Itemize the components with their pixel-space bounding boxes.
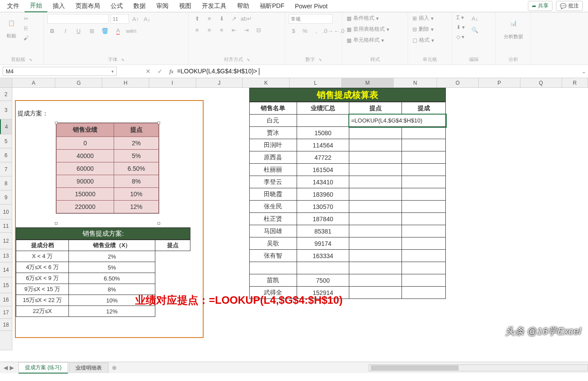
cells-area[interactable]: 提成方案： 销售业绩提点 02%400005%600006.50%900008%… [12,88,588,351]
add-sheet-button[interactable]: ⊕ [108,363,120,372]
wrap-text-icon[interactable]: ab↵ [241,14,251,23]
col-header[interactable]: L [290,78,342,87]
tab-view[interactable]: 视图 [174,0,197,12]
table-format-button[interactable]: ▦ 套用表格格式 ▾ [346,25,390,33]
font-color-icon[interactable]: A [113,26,123,35]
comma-icon[interactable]: , [312,26,321,35]
row-header[interactable] [0,331,12,350]
selection-handle[interactable] [158,122,160,124]
select-all-corner[interactable] [0,78,12,87]
find-select-icon[interactable]: 🔍 [470,25,480,34]
row-header[interactable]: 2 [0,88,12,101]
fill-color-icon[interactable]: 🪣 [100,26,110,35]
selection-handle[interactable] [55,122,57,124]
row-header[interactable]: 5 [0,134,12,148]
col-header[interactable]: R [562,78,588,87]
align-launcher[interactable]: ⬊ [247,58,250,62]
currency-icon[interactable]: $ [289,26,298,35]
align-left-icon[interactable]: ≡ [192,25,202,34]
tab-insert[interactable]: 插入 [47,0,70,12]
clear-button[interactable]: ◇ ▾ [455,33,466,40]
increase-font-icon[interactable]: A↑ [131,14,140,23]
align-right-icon[interactable]: ≡ [217,25,226,34]
cut-icon[interactable]: ✂ [21,14,31,23]
underline-icon[interactable]: U [74,26,83,35]
row-header[interactable]: 7 [0,162,12,176]
editing-cell[interactable]: =LOOKUP(L4,$G$4:$H$10) [349,115,446,127]
comment-button[interactable]: 💬 批注 [556,1,583,11]
delete-cells-button[interactable]: ⊟ 删除 ▾ [412,25,435,33]
formula-input[interactable]: =LOOKUP(L4,$G$4:$H$10)> [173,67,579,76]
sheet-nav-next-icon[interactable]: ▶ [10,364,14,371]
tab-home[interactable]: 开始 [25,0,47,12]
number-format-select[interactable] [289,14,333,24]
align-middle-icon[interactable]: ≡ [204,14,214,23]
row-header[interactable]: 13 [0,249,12,262]
row-header[interactable]: 10 [0,205,12,219]
font-size-select[interactable] [111,14,129,24]
format-cells-button[interactable]: ▢ 格式 ▾ [412,36,435,44]
orientation-icon[interactable]: ↗ [229,14,239,23]
copy-icon[interactable]: ⎘ [21,24,31,32]
selection-handle[interactable] [55,222,57,225]
paste-icon[interactable]: 📋 [4,14,19,32]
row-header[interactable]: 3 [0,101,12,119]
col-header[interactable]: G [55,78,102,87]
font-family-select[interactable] [47,14,109,24]
fx-icon[interactable]: fx [169,68,173,75]
col-header[interactable]: H [102,78,149,87]
row-header[interactable]: 4 [0,119,12,134]
col-header[interactable]: Q [520,78,562,87]
sheet-tab[interactable]: 业绩明细表 [69,363,108,373]
row-header[interactable]: 18 [0,319,12,331]
name-box[interactable]: M4 ▾ [3,67,117,76]
row-header[interactable]: 15 [0,277,12,293]
col-header[interactable]: J [196,78,243,87]
phonetic-icon[interactable]: wén [126,26,136,35]
col-header[interactable]: O [437,78,479,87]
expand-formula-bar-icon[interactable]: ⌄ [579,68,588,75]
tab-layout[interactable]: 页面布局 [70,0,105,12]
autosum-button[interactable]: Σ ▾ [455,14,466,21]
insert-cells-button[interactable]: ⊞ 插入 ▾ [412,14,435,22]
format-painter-icon[interactable]: 🖌 [21,33,31,42]
fill-button[interactable]: ⬇ ▾ [455,24,466,31]
decrease-font-icon[interactable]: A↓ [142,14,152,23]
increase-decimal-icon[interactable]: .0→ [323,26,333,35]
row-header[interactable]: 6 [0,148,12,162]
col-header[interactable]: A [12,78,56,87]
bold-icon[interactable]: B [47,26,57,35]
tab-dev[interactable]: 开发工具 [197,0,232,12]
horizontal-scrollbar[interactable] [369,364,588,371]
sort-filter-icon[interactable]: A↓ [470,14,480,23]
tab-foxit[interactable]: 福昕PDF [255,0,290,12]
row-header[interactable]: 17 [0,306,12,319]
cancel-formula-icon[interactable]: ✕ [146,68,151,75]
align-center-icon[interactable]: ≡ [204,25,214,34]
cell-styles-button[interactable]: ▦ 单元格样式 ▾ [346,36,390,44]
col-header[interactable]: M [342,78,394,87]
namebox-dropdown-icon[interactable]: ▾ [111,69,114,74]
decrease-indent-icon[interactable]: ⇤ [229,25,239,34]
percent-icon[interactable]: % [300,26,310,35]
increase-indent-icon[interactable]: ⇥ [241,25,251,34]
tab-formulas[interactable]: 公式 [105,0,128,12]
row-header[interactable]: 9 [0,190,12,205]
conditional-format-button[interactable]: ▦ 条件格式 ▾ [346,14,390,22]
col-header[interactable]: P [479,78,520,87]
share-button[interactable]: ➦ 共享 [528,1,552,11]
tab-help[interactable]: 帮助 [232,0,255,12]
selection-handle[interactable] [158,222,160,225]
col-header[interactable]: K [243,78,290,87]
number-launcher[interactable]: ⬊ [319,58,322,62]
col-header[interactable]: I [149,78,196,87]
merge-icon[interactable]: ⊟ [254,25,263,34]
sheet-tab-active[interactable]: 提成方案 (练习) [18,362,68,374]
row-header[interactable]: 8 [0,176,12,190]
tab-review[interactable]: 审阅 [151,0,174,12]
align-top-icon[interactable]: ⬆ [192,14,202,23]
analyze-data-icon[interactable]: 📊 [506,14,521,32]
tab-data[interactable]: 数据 [128,0,151,12]
tab-powerpivot[interactable]: Power Pivot [290,1,333,11]
row-header[interactable]: 16 [0,293,12,306]
